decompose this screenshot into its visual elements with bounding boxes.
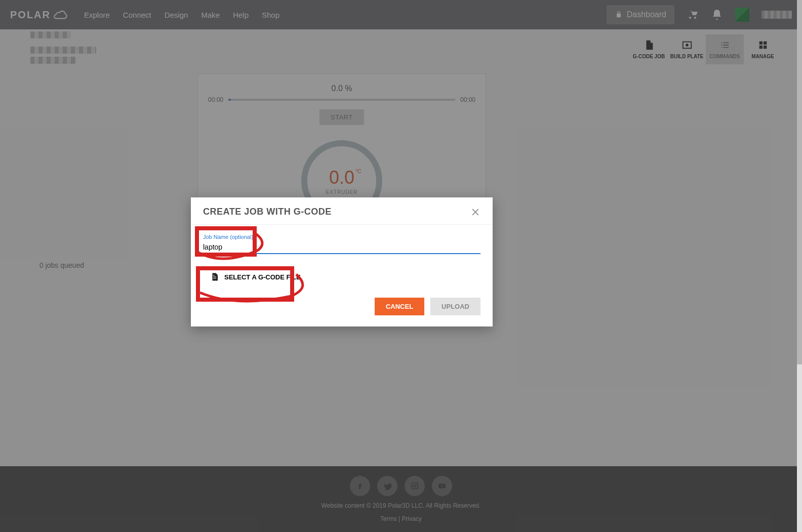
close-icon[interactable]	[470, 207, 480, 217]
upload-button[interactable]: UPLOAD	[430, 298, 480, 315]
annotation-swoosh-1	[192, 227, 284, 267]
cancel-button[interactable]: CANCEL	[375, 298, 424, 315]
annotation-swoosh-2	[195, 268, 311, 309]
scrollbar-thumb[interactable]	[797, 0, 802, 364]
modal-title: CREATE JOB WITH G-CODE	[203, 207, 332, 217]
